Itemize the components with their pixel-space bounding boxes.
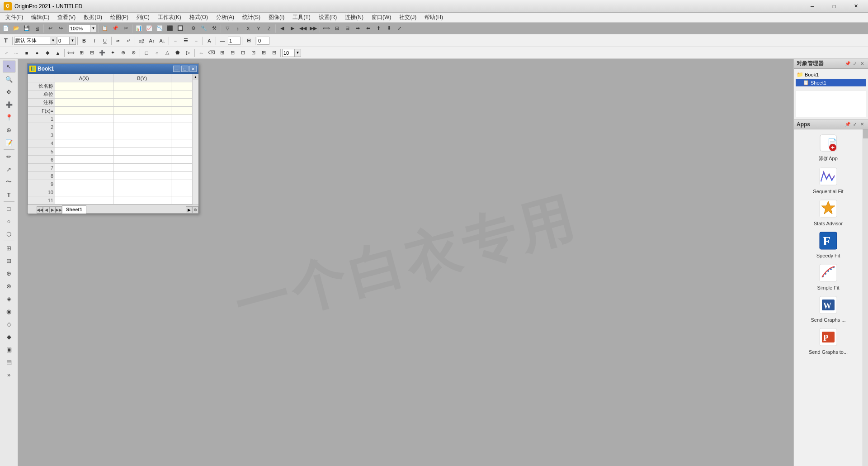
tb-italic[interactable]: I (90, 36, 99, 46)
meta-b-fx[interactable] (113, 107, 171, 115)
tool-screen-reader[interactable]: ⊕ (3, 124, 15, 136)
app-item-simple-fit[interactable]: Simple Fit (797, 262, 860, 290)
cell-a-7[interactable] (55, 164, 113, 172)
tb-draw4[interactable]: ● (32, 48, 42, 58)
tb-draw24[interactable]: ⊡ (248, 48, 258, 58)
tool-misc1[interactable]: ⊞ (3, 242, 15, 254)
tb-fontsize-down[interactable]: A↓ (157, 36, 167, 46)
tb-extra3[interactable]: ⊟ (342, 24, 352, 33)
cell-b-9[interactable] (113, 180, 171, 188)
menu-format[interactable]: 格式(O) (186, 13, 212, 22)
tb-more2[interactable]: 🔧 (199, 24, 209, 33)
cell-b-11[interactable] (113, 196, 171, 204)
cell-a-3[interactable] (55, 131, 113, 139)
meta-a-longname[interactable] (55, 82, 113, 90)
apps-pin[interactable]: 📌 (844, 121, 851, 128)
tb-draw17[interactable]: ⬟ (173, 48, 183, 58)
apps-float[interactable]: ⤢ (852, 121, 858, 128)
obj-manager-float[interactable]: ⤢ (852, 61, 858, 67)
tb-chart4[interactable]: ⬛ (165, 24, 175, 33)
cell-b-7[interactable] (113, 164, 171, 172)
tb-text-tool[interactable]: T (1, 36, 11, 46)
tb-align-left[interactable]: ≡ (170, 36, 180, 46)
tb-extra5[interactable]: ⬅ (363, 24, 373, 33)
menu-view[interactable]: 查看(V) (54, 13, 79, 22)
linewidth-input[interactable] (228, 37, 241, 45)
tool-misc8[interactable]: ◆ (3, 331, 15, 342)
tool-rect[interactable]: □ (3, 203, 15, 214)
tb-draw8[interactable]: ⊞ (76, 48, 86, 58)
tb-draw6[interactable]: ▲ (53, 48, 63, 58)
tb-chart2[interactable]: 📈 (144, 24, 154, 33)
meta-a-unit[interactable] (55, 90, 113, 99)
app-item-seq-fit[interactable]: Sequential Fit (797, 166, 860, 194)
tb-draw11[interactable]: ✦ (108, 48, 118, 58)
tb-draw14[interactable]: □ (142, 48, 151, 58)
tb-more1[interactable]: ⚙ (189, 24, 198, 33)
cell-b-1[interactable] (113, 115, 171, 123)
apps-scrollbar[interactable] (863, 129, 868, 466)
tb-x[interactable]: X (243, 24, 253, 33)
tb-extra2[interactable]: ⊞ (332, 24, 342, 33)
cell-a-11[interactable] (55, 196, 113, 204)
sheet-add-btn[interactable]: ⊕ (192, 206, 198, 214)
tb-superscript[interactable]: x² (123, 36, 133, 46)
sheet-tab-1[interactable]: Sheet1 (62, 205, 86, 214)
menu-statistics[interactable]: 统计(S) (239, 13, 264, 22)
tool-misc3[interactable]: ⊕ (3, 267, 15, 279)
tool-draw-arrow[interactable]: ↗ (3, 163, 15, 175)
obj-manager-close[interactable]: ✕ (859, 61, 865, 67)
obj-item-sheet1[interactable]: 📋 Sheet1 (796, 79, 866, 86)
tb-chart5[interactable]: 🔲 (175, 24, 185, 33)
close-button[interactable]: ✕ (845, 2, 866, 11)
tb-draw10[interactable]: ➕ (97, 48, 107, 58)
maximize-button[interactable]: □ (824, 2, 844, 11)
tb-fontsize-up[interactable]: A↑ (147, 36, 157, 46)
scrollbar-thumb[interactable] (863, 129, 868, 138)
tb-line-style[interactable]: — (217, 36, 227, 46)
cell-a-8[interactable] (55, 172, 113, 180)
tb-print[interactable]: 🖨 (32, 24, 42, 33)
obj-folder-book1[interactable]: 📁 Book1 (796, 71, 866, 79)
size-input[interactable] (282, 49, 295, 57)
tool-zoom-in[interactable]: 🔍 (3, 73, 15, 85)
app-item-stats-advisor[interactable]: Stats Advisor (797, 198, 860, 226)
tb-draw23[interactable]: ⊡ (238, 48, 248, 58)
cell-b-5[interactable] (113, 147, 171, 156)
tb-extra4[interactable]: ➡ (353, 24, 363, 33)
tool-misc2[interactable]: ⊟ (3, 255, 15, 266)
cell-a-5[interactable] (55, 147, 113, 156)
tb-font-color[interactable]: A (204, 36, 214, 46)
fontsize-input[interactable] (57, 37, 70, 45)
menu-column[interactable]: 列(C) (133, 13, 153, 22)
tool-misc10[interactable]: ▤ (3, 356, 15, 368)
cell-a-9[interactable] (55, 180, 113, 188)
minimize-button[interactable]: ─ (802, 2, 823, 11)
tb-sort[interactable]: ↕ (233, 24, 243, 33)
tb-save[interactable]: 💾 (22, 24, 32, 33)
app-item-speedy-fit[interactable]: F Speedy Fit (797, 230, 860, 258)
tb-paste[interactable]: 📌 (110, 24, 120, 33)
tool-misc4[interactable]: ⊗ (3, 280, 15, 292)
tb-draw19[interactable]: ↔ (196, 48, 206, 58)
scroll-up-btn[interactable]: ▲ (193, 74, 199, 80)
tool-polygon[interactable]: ⬡ (3, 228, 15, 240)
sheet-nav-first[interactable]: ◀◀ (37, 206, 43, 214)
tb-extra1[interactable]: ⟺ (321, 24, 331, 33)
tb-draw20[interactable]: ⌫ (207, 48, 217, 58)
menu-window[interactable]: 窗口(W) (368, 13, 395, 22)
tb-align-right[interactable]: ≡ (191, 36, 201, 46)
meta-a-fx[interactable] (55, 107, 113, 115)
cell-a-6[interactable] (55, 156, 113, 164)
sheet-nav-next[interactable]: ▶ (49, 206, 56, 214)
tb-draw13[interactable]: ⊗ (128, 48, 138, 58)
tb-draw3[interactable]: ■ (22, 48, 32, 58)
cell-b-6[interactable] (113, 156, 171, 164)
cell-a-10[interactable] (55, 188, 113, 196)
app-item-add[interactable]: 📄 + 添加App (797, 132, 860, 162)
sheet-nav-prev[interactable]: ◀ (43, 206, 49, 214)
menu-worksheet[interactable]: 工作表(K) (154, 13, 185, 22)
tb-copy[interactable]: 📋 (100, 24, 110, 33)
tool-add-data[interactable]: ➕ (3, 99, 15, 110)
size-dropdown[interactable]: ▼ (295, 49, 301, 57)
